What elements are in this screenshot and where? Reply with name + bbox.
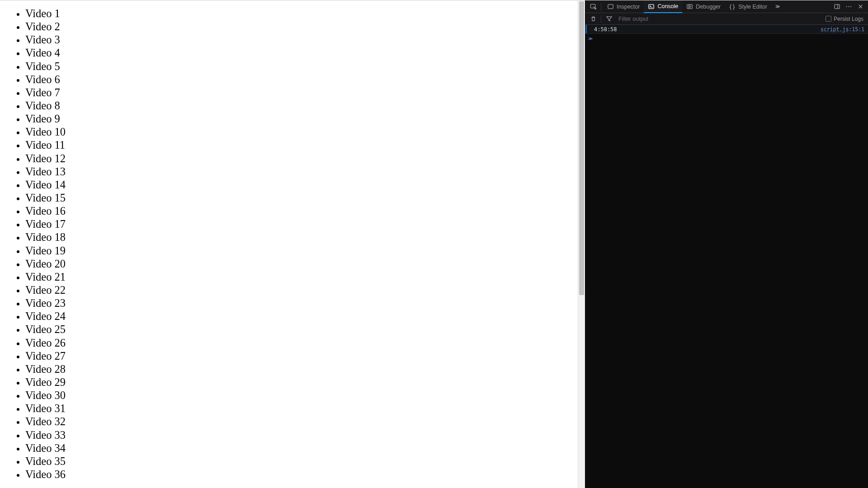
tab-inspector-label: Inspector	[617, 4, 640, 10]
console-filter-input[interactable]	[616, 16, 822, 22]
list-item: Video 26	[25, 336, 585, 349]
prompt-chevron-icon: >>	[588, 36, 591, 42]
list-item: Video 22	[25, 283, 585, 296]
list-item: Video 14	[25, 178, 585, 191]
tab-debugger-label: Debugger	[696, 4, 721, 10]
console-log-source[interactable]: script.js:15:1	[821, 26, 864, 33]
svg-point-8	[850, 6, 851, 7]
page-scrollbar[interactable]	[578, 0, 585, 488]
tab-style-editor[interactable]: Style Editor	[725, 0, 771, 13]
svg-rect-1	[608, 5, 613, 9]
list-item: Video 11	[25, 138, 585, 151]
list-item: Video 24	[25, 310, 585, 323]
page-content-pane: Video 1Video 2Video 3Video 4Video 5Video…	[0, 0, 585, 488]
list-item: Video 10	[25, 125, 585, 138]
video-list: Video 1Video 2Video 3Video 4Video 5Video…	[25, 7, 585, 481]
list-item: Video 7	[25, 86, 585, 99]
dock-mode-icon[interactable]	[831, 0, 843, 13]
page-body: Video 1Video 2Video 3Video 4Video 5Video…	[0, 0, 585, 488]
devtools-panel: Inspector Console Debugger Style Editor	[585, 0, 868, 488]
clear-console-icon[interactable]	[587, 13, 599, 25]
list-item: Video 2	[25, 20, 585, 33]
list-item: Video 13	[25, 165, 585, 178]
list-item: Video 34	[25, 441, 585, 455]
list-item: Video 36	[25, 468, 585, 481]
tab-style-editor-label: Style Editor	[738, 4, 767, 10]
devtools-menu-icon[interactable]	[843, 0, 854, 13]
tab-console-label: Console	[657, 3, 678, 9]
list-item: Video 6	[25, 73, 585, 86]
list-item: Video 23	[25, 296, 585, 310]
list-item: Video 18	[25, 230, 585, 244]
console-input-prompt[interactable]: >>	[585, 34, 868, 43]
checkbox-box	[826, 16, 831, 22]
svg-point-7	[848, 6, 849, 7]
list-item: Video 1	[25, 7, 585, 20]
list-item: Video 5	[25, 60, 585, 73]
console-filter-bar: Persist Logs	[585, 13, 868, 25]
persist-logs-checkbox[interactable]: Persist Logs	[823, 16, 866, 22]
list-item: Video 4	[25, 46, 585, 59]
filter-icon[interactable]	[603, 13, 615, 25]
list-item: Video 32	[25, 415, 585, 428]
list-item: Video 30	[25, 389, 585, 402]
devtools-toolbar: Inspector Console Debugger Style Editor	[585, 0, 868, 13]
persist-logs-label: Persist Logs	[834, 16, 863, 22]
list-item: Video 12	[25, 152, 585, 165]
list-item: Video 33	[25, 428, 585, 441]
list-item: Video 28	[25, 362, 585, 375]
list-item: Video 25	[25, 323, 585, 336]
list-item: Video 17	[25, 217, 585, 230]
list-item: Video 27	[25, 349, 585, 362]
list-item: Video 15	[25, 191, 585, 204]
svg-point-6	[846, 6, 847, 7]
list-item: Video 29	[25, 375, 585, 389]
tab-inspector[interactable]: Inspector	[603, 0, 644, 13]
list-item: Video 16	[25, 204, 585, 217]
list-item: Video 8	[25, 99, 585, 112]
tabs-overflow-icon[interactable]	[771, 0, 783, 13]
list-item: Video 35	[25, 455, 585, 468]
tab-console[interactable]: Console	[644, 0, 682, 13]
devtools-close-icon[interactable]	[854, 0, 866, 13]
list-item: Video 31	[25, 402, 585, 415]
list-item: Video 21	[25, 270, 585, 283]
console-output[interactable]: 4:58:58 script.js:15:1 >>	[585, 25, 868, 488]
console-log-message: 4:58:58	[590, 26, 821, 33]
svg-rect-4	[834, 5, 839, 9]
console-log-row[interactable]: 4:58:58 script.js:15:1	[585, 25, 868, 34]
tab-debugger[interactable]: Debugger	[682, 0, 725, 13]
list-item: Video 20	[25, 257, 585, 270]
list-item: Video 3	[25, 33, 585, 46]
pick-element-icon[interactable]	[587, 0, 599, 13]
page-scrollbar-thumb[interactable]	[579, 1, 584, 295]
list-item: Video 9	[25, 112, 585, 125]
list-item: Video 19	[25, 244, 585, 257]
